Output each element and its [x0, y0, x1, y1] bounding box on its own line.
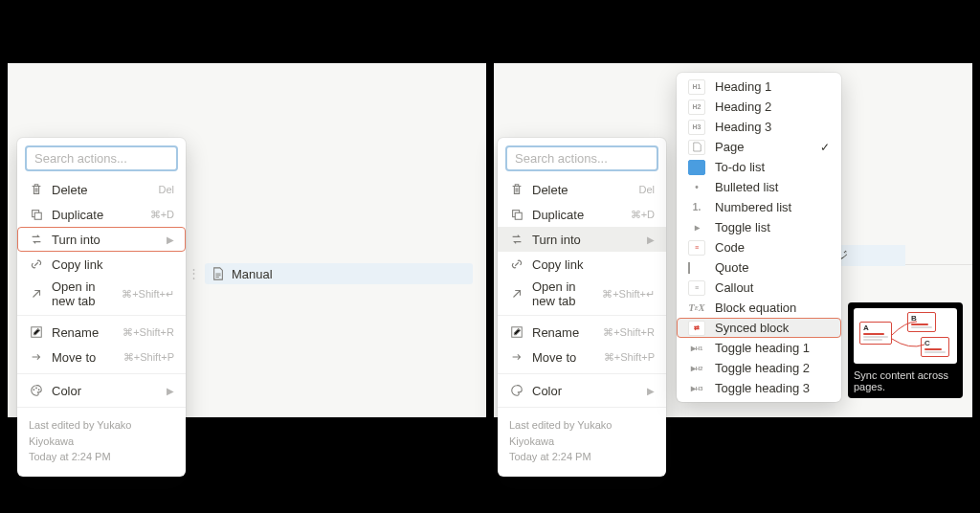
submenu-label: Heading 1 — [715, 79, 771, 94]
chevron-right-icon: ▶ — [167, 386, 174, 396]
page-icon — [211, 266, 226, 281]
page-block-title: Manual — [232, 267, 273, 281]
menu-copy-link[interactable]: Copy link — [17, 252, 186, 277]
todo-icon — [688, 160, 705, 175]
menu-color[interactable]: Color ▶ — [17, 378, 186, 403]
turn-into-icon — [29, 232, 44, 247]
open-tab-icon — [29, 286, 44, 301]
menu-label: Move to — [532, 350, 596, 365]
h1-icon: H1 — [688, 79, 705, 95]
submenu-numbered[interactable]: 1.Numbered list — [677, 197, 841, 217]
submenu-label: Synced block — [715, 321, 789, 335]
shortcut: ⌘+D — [631, 209, 655, 221]
search-actions-input[interactable] — [515, 151, 649, 166]
menu-color[interactable]: Color ▶ — [498, 378, 666, 403]
submenu-toggle[interactable]: ▸Toggle list — [677, 217, 841, 237]
divider — [498, 373, 666, 374]
submenu-label: Toggle list — [715, 220, 770, 234]
menu-delete[interactable]: Delete Del — [498, 177, 666, 202]
menu-label: Duplicate — [532, 208, 623, 222]
duplicate-icon — [509, 207, 524, 222]
search-actions-input[interactable] — [34, 151, 168, 166]
menu-duplicate[interactable]: Duplicate ⌘+D — [498, 202, 666, 227]
shortcut: ⌘+Shift+P — [123, 351, 174, 364]
turn-into-icon — [509, 232, 524, 247]
menu-label: Turn into — [532, 233, 639, 247]
page-block[interactable]: Manual — [205, 263, 473, 284]
submenu-toggle-h2[interactable]: ▸H2Toggle heading 2 — [677, 358, 841, 378]
menu-rename[interactable]: Rename ⌘+Shift+R — [17, 320, 186, 345]
link-icon — [509, 256, 524, 272]
divider — [498, 315, 666, 316]
submenu-callout[interactable]: ≡Callout — [677, 278, 841, 298]
submenu-todo[interactable]: To-do list — [677, 157, 841, 177]
color-icon — [29, 383, 44, 398]
menu-label: Move to — [52, 350, 116, 365]
shortcut: ⌘+Shift+R — [122, 326, 174, 339]
submenu-heading-3[interactable]: H3Heading 3 — [677, 117, 841, 137]
submenu-bulleted[interactable]: •Bulleted list — [677, 177, 841, 197]
block-context-menu: Delete Del Duplicate ⌘+D Turn into ▶ Cop… — [498, 138, 666, 477]
svg-rect-7 — [515, 212, 522, 219]
rename-icon — [509, 324, 524, 340]
divider — [17, 407, 186, 408]
menu-open-new-tab[interactable]: Open in new tab ⌘+Shift+↵ — [17, 277, 186, 311]
divider — [17, 315, 186, 316]
search-actions-field[interactable] — [25, 145, 178, 171]
menu-label: Color — [532, 384, 639, 398]
menu-footer: Last edited by Yukako Kiyokawa Today at … — [17, 412, 186, 473]
trash-icon — [29, 182, 44, 197]
submenu-label: Toggle heading 3 — [715, 381, 810, 395]
menu-duplicate[interactable]: Duplicate ⌘+D — [17, 202, 186, 227]
toggle-h1-icon: ▸H1 — [688, 341, 705, 356]
menu-label: Open in new tab — [52, 279, 114, 308]
tooltip-preview: A B C — [854, 308, 957, 364]
submenu-label: Bulleted list — [715, 180, 778, 194]
submenu-block-equation[interactable]: TEXBlock equation — [677, 298, 841, 318]
submenu-quote[interactable]: Quote — [677, 257, 841, 278]
duplicate-icon — [29, 207, 44, 222]
menu-delete[interactable]: Delete Del — [17, 177, 186, 202]
edited-time: Today at 2:24 PM — [29, 449, 174, 465]
menu-move-to[interactable]: Move to ⌘+Shift+P — [498, 345, 666, 369]
submenu-label: To-do list — [715, 160, 765, 174]
menu-rename[interactable]: Rename ⌘+Shift+R — [498, 320, 666, 345]
submenu-label: Code — [715, 240, 745, 255]
menu-label: Open in new tab — [532, 279, 594, 308]
turn-into-submenu: H1Heading 1 H2Heading 2 H3Heading 3 Page… — [677, 73, 841, 402]
submenu-label: Heading 2 — [715, 100, 771, 114]
submenu-toggle-h1[interactable]: ▸H1Toggle heading 1 — [677, 338, 841, 358]
toggle-icon: ▸ — [688, 220, 705, 235]
equation-icon: TEX — [688, 301, 705, 316]
svg-rect-1 — [34, 212, 41, 219]
toggle-h2-icon: ▸H2 — [688, 361, 705, 376]
submenu-label: Numbered list — [715, 200, 791, 214]
h2-icon: H2 — [688, 100, 705, 115]
divider — [498, 407, 666, 408]
shortcut: ⌘+Shift+P — [604, 351, 655, 364]
menu-open-new-tab[interactable]: Open in new tab ⌘+Shift+↵ — [498, 277, 666, 311]
search-actions-field[interactable] — [505, 145, 658, 171]
menu-turn-into[interactable]: Turn into ▶ — [17, 227, 186, 252]
menu-copy-link[interactable]: Copy link — [498, 252, 666, 277]
menu-label: Color — [52, 384, 159, 398]
menu-turn-into[interactable]: Turn into ▶ — [498, 227, 666, 252]
submenu-heading-1[interactable]: H1Heading 1 — [677, 77, 841, 97]
chevron-right-icon: ▶ — [167, 234, 174, 245]
shortcut: ⌘+Shift+↵ — [602, 288, 655, 301]
submenu-label: Callout — [715, 280, 753, 295]
block-context-menu: Delete Del Duplicate ⌘+D Turn into ▶ Cop… — [17, 138, 186, 477]
submenu-label: Heading 3 — [715, 120, 771, 134]
submenu-toggle-h3[interactable]: ▸H3Toggle heading 3 — [677, 378, 841, 398]
submenu-code[interactable]: ≡Code — [677, 237, 841, 257]
submenu-synced-block[interactable]: ⇄Synced block — [677, 318, 841, 338]
submenu-label: Toggle heading 1 — [715, 341, 810, 355]
numbered-icon: 1. — [688, 200, 705, 215]
divider — [17, 373, 186, 374]
shortcut: ⌘+Shift+↵ — [122, 288, 174, 301]
menu-label: Turn into — [52, 233, 159, 247]
synced-icon: ⇄ — [688, 321, 705, 336]
submenu-heading-2[interactable]: H2Heading 2 — [677, 97, 841, 117]
submenu-page[interactable]: Page✓ — [677, 137, 841, 157]
menu-move-to[interactable]: Move to ⌘+Shift+P — [17, 345, 186, 369]
